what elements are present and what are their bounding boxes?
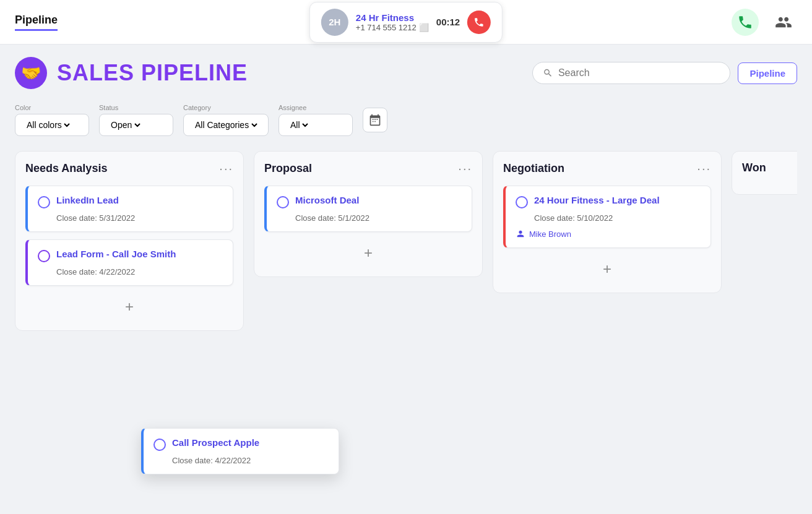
column-negotiation-header: Negotiation ··· [503,161,711,176]
status-select[interactable]: Open [108,119,142,131]
topbar-right [732,9,797,36]
page-title: SALES PIPELINE [57,60,248,86]
floating-card-title-row: Call Prospect Apple [153,437,329,451]
column-needs-analysis: Needs Analysis ··· LinkedIn Lead Close d… [15,151,244,331]
column-needs-analysis-title: Needs Analysis [25,162,107,175]
category-filter-label: Category [183,104,269,111]
floating-card[interactable]: Call Prospect Apple Close date: 4/22/202… [141,428,339,474]
card-title-row: 24 Hour Fitness - Large Deal [516,195,701,208]
column-won-header: Won [742,161,797,174]
card-status-circle [516,196,528,208]
card-title: LinkedIn Lead [56,195,119,205]
column-proposal-header: Proposal ··· [264,161,472,176]
page-header-right: Pipeline [532,62,797,84]
column-won: Won [732,151,797,195]
color-filter-group: Color All colors [15,104,89,136]
card-title-row: LinkedIn Lead [38,195,223,208]
card-title-row: Lead Form - Call Joe Smith [38,249,223,262]
color-filter[interactable]: All colors [15,114,89,136]
column-negotiation-title: Negotiation [503,162,564,175]
call-timer: 00:12 [436,17,460,27]
assignee-filter-group: Assignee All [279,104,353,136]
add-card-proposal[interactable]: + [264,239,472,267]
card-title-row: Microsoft Deal [277,195,462,208]
page-title-area: 🤝 SALES PIPELINE [15,57,248,89]
card-title: Microsoft Deal [295,195,359,205]
column-negotiation-menu[interactable]: ··· [697,161,711,176]
card-status-circle [38,250,50,262]
category-filter[interactable]: All Categories [183,114,269,136]
column-proposal: Proposal ··· Microsoft Deal Close date: … [254,151,483,277]
column-won-title: Won [742,161,766,174]
color-filter-label: Color [15,104,89,111]
search-input[interactable] [558,67,720,79]
topbar: Pipeline 2H 24 Hr Fitness +1 714 555 121… [0,0,812,45]
people-icon-btn[interactable] [770,9,797,36]
column-negotiation: Negotiation ··· 24 Hour Fitness - Large … [493,151,722,293]
kanban-board: Needs Analysis ··· LinkedIn Lead Close d… [15,151,797,331]
status-filter-label: Status [99,104,173,111]
card-date: Close date: 5/1/2022 [295,213,462,223]
add-card-negotiation[interactable]: + [503,255,711,283]
call-info: 24 Hr Fitness +1 714 555 1212 ⬜ [356,12,429,32]
search-icon [543,67,553,79]
pipeline-button[interactable]: Pipeline [738,62,797,84]
column-proposal-menu[interactable]: ··· [458,161,472,176]
main-content: 🤝 SALES PIPELINE Pipeline Color All colo… [0,45,812,343]
end-call-button[interactable] [467,11,491,34]
filters: Color All colors Status Open Category Al… [15,104,797,136]
card-date: Close date: 5/10/2022 [534,213,701,223]
call-number: +1 714 555 1212 ⬜ [356,23,429,32]
card-date: Close date: 5/31/2022 [56,213,223,223]
status-filter-group: Status Open [99,104,173,136]
assignee-filter[interactable]: All [279,114,353,136]
card-lead-form[interactable]: Lead Form - Call Joe Smith Close date: 4… [25,239,233,286]
search-box[interactable] [532,62,730,84]
assignee-filter-label: Assignee [279,104,353,111]
page-icon: 🤝 [15,57,47,89]
card-date: Close date: 4/22/2022 [56,267,223,276]
floating-card-circle [153,439,166,451]
card-title: Lead Form - Call Joe Smith [56,249,176,259]
card-title: 24 Hour Fitness - Large Deal [534,195,660,205]
category-filter-group: Category All Categories [183,104,269,136]
card-assignee: Mike Brown [516,229,701,239]
call-name: 24 Hr Fitness [356,12,429,23]
status-filter[interactable]: Open [99,114,173,136]
category-select[interactable]: All Categories [192,119,259,131]
calendar-icon [369,114,381,126]
assignee-select[interactable]: All [288,119,310,131]
add-card-needs-analysis[interactable]: + [25,293,233,320]
color-select[interactable]: All colors [24,119,72,131]
card-status-circle [38,196,50,208]
floating-card-title: Call Prospect Apple [172,437,259,448]
calendar-button[interactable] [363,108,387,132]
assignee-icon [516,229,525,239]
column-needs-analysis-menu[interactable]: ··· [219,161,233,176]
card-24hour-fitness[interactable]: 24 Hour Fitness - Large Deal Close date:… [503,186,711,248]
topbar-title: Pipeline [15,14,58,31]
card-status-circle [277,196,289,208]
call-avatar: 2H [321,9,348,36]
card-microsoft-deal[interactable]: Microsoft Deal Close date: 5/1/2022 [264,186,472,232]
call-widget: 2H 24 Hr Fitness +1 714 555 1212 ⬜ 00:12 [309,2,503,43]
assignee-name: Mike Brown [529,229,571,239]
floating-card-date: Close date: 4/22/2022 [172,456,329,465]
page-header: 🤝 SALES PIPELINE Pipeline [15,57,797,89]
column-needs-analysis-header: Needs Analysis ··· [25,161,233,176]
column-proposal-title: Proposal [264,162,312,175]
phone-icon-btn[interactable] [732,9,759,36]
card-linkedin-lead[interactable]: LinkedIn Lead Close date: 5/31/2022 [25,186,233,232]
